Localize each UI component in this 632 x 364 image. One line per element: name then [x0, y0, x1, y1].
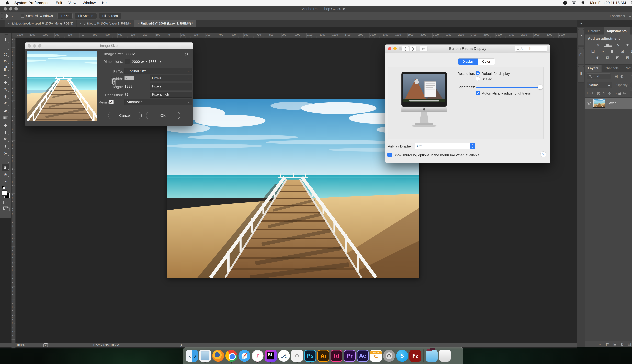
clone-stamp-tool[interactable]: ◉: [2, 93, 10, 100]
history-panel-icon-group[interactable]: ↺: [578, 28, 584, 46]
tab-color[interactable]: Color: [478, 58, 495, 64]
brightness-slider-track[interactable]: [476, 86, 541, 88]
ok-button[interactable]: OK: [146, 112, 180, 119]
dock-item-sysprefs[interactable]: ⚙: [383, 350, 395, 362]
tab-adjustments[interactable]: Adjustments: [604, 28, 630, 34]
workspace-selector[interactable]: Essentials ⌄: [602, 13, 632, 19]
lasso-tool[interactable]: ◌: [2, 50, 10, 58]
dropbox-icon[interactable]: [572, 1, 576, 5]
dock-item-skype[interactable]: S: [396, 350, 408, 362]
width-unit-dropdown[interactable]: Pixels⌄: [150, 75, 192, 82]
scroll-all-windows-checkbox[interactable]: [21, 14, 24, 18]
screen-mode-button[interactable]: [4, 206, 8, 210]
dock-item-chrome[interactable]: [225, 350, 237, 362]
tab-libraries[interactable]: Libraries: [585, 28, 604, 34]
layer-mask-icon[interactable]: ▣: [613, 342, 616, 346]
fill-screen-button[interactable]: Fill Screen: [99, 13, 121, 19]
search-field[interactable]: Search: [515, 46, 547, 52]
tab-paths[interactable]: Paths: [622, 64, 632, 72]
dialog-options-gear-icon[interactable]: ⚙: [184, 52, 188, 56]
dock-item-aftereffects[interactable]: Ae: [357, 350, 369, 362]
blend-mode-dropdown[interactable]: Normal ⌄: [587, 82, 612, 88]
lock-transparency-icon[interactable]: ▨: [597, 92, 600, 95]
filter-type-layers-icon[interactable]: T: [626, 74, 628, 78]
filter-pixel-layers-icon[interactable]: ▣: [614, 74, 618, 78]
tab-channels[interactable]: Channels: [602, 64, 622, 72]
pen-tool[interactable]: ✑: [2, 136, 10, 142]
height-unit-dropdown[interactable]: Pixels⌄: [150, 83, 192, 90]
tab-styles[interactable]: Styles: [630, 28, 632, 34]
healing-brush-tool[interactable]: ✚: [2, 79, 10, 86]
quick-mask-button[interactable]: [3, 201, 8, 204]
dock-item-filezilla[interactable]: Fz: [410, 350, 421, 362]
path-selection-tool[interactable]: ➤: [2, 150, 10, 157]
device-preview-panel-icon[interactable]: ▯: [580, 71, 582, 76]
layer-name[interactable]: Layer 1: [607, 101, 619, 105]
brightness-contrast-icon[interactable]: ☀: [594, 42, 601, 48]
document-tab-2[interactable]: ×Untitled-1 @ 100% (Layer 1, RGB/8): [76, 20, 134, 27]
resolution-default-radio[interactable]: [476, 71, 480, 75]
dock-item-firefox[interactable]: [212, 350, 224, 362]
creative-cloud-icon[interactable]: ∞: [563, 1, 567, 5]
image-size-dialog-titlebar[interactable]: Image Size: [25, 42, 193, 49]
dock-item-pages[interactable]: PAGES✎: [370, 350, 382, 362]
move-tool[interactable]: ✛: [2, 36, 10, 44]
lock-artboard-icon[interactable]: ▭: [614, 92, 617, 95]
status-zoom-value[interactable]: 100%: [16, 343, 24, 347]
dock-item-sourcetree[interactable]: ⎇: [278, 350, 290, 362]
fit-screen-button[interactable]: Fit Screen: [75, 13, 97, 19]
adjustment-layer-icon[interactable]: ◐: [621, 342, 624, 346]
vertical-ruler[interactable]: 5004003002001000100200300400500600700800…: [12, 38, 16, 348]
tab-display[interactable]: Display: [458, 58, 478, 64]
status-chevron-icon[interactable]: ❯: [180, 343, 182, 347]
quick-selection-tool[interactable]: ✏: [2, 58, 10, 65]
hue-saturation-icon[interactable]: ▤: [590, 49, 596, 54]
dock-item-mail[interactable]: [199, 350, 211, 362]
horizontal-ruler[interactable]: 1200110010009008007006005004003002001000…: [12, 33, 577, 38]
menu-item-view[interactable]: View: [68, 1, 76, 5]
apple-menu-icon[interactable]: [5, 1, 10, 5]
close-tab-icon[interactable]: ×: [80, 22, 82, 25]
properties-panel-icon-group[interactable]: ⬡: [578, 46, 584, 64]
zoom-100-button[interactable]: 100%: [58, 13, 73, 19]
show-mirroring-checkbox[interactable]: ✓: [388, 153, 392, 157]
zoom-tool[interactable]: ⊙: [2, 171, 10, 178]
menu-clock[interactable]: Mon Feb 29 11:18 AM: [590, 1, 626, 5]
device-preview-panel-icon-group[interactable]: ▯: [578, 65, 584, 82]
dock-item-photoshop[interactable]: Ps: [304, 350, 316, 362]
photo-filter-icon[interactable]: ◉: [619, 49, 626, 54]
channel-mixer-icon[interactable]: ◍: [629, 49, 632, 54]
brush-tool[interactable]: ✎: [2, 86, 10, 93]
history-brush-tool[interactable]: ↶: [2, 100, 10, 107]
dock-item-indesign[interactable]: Id: [330, 350, 342, 362]
layer-visibility-eye-icon[interactable]: [586, 102, 591, 104]
dock-item-utility[interactable]: ⚙: [291, 350, 303, 362]
curves-icon[interactable]: ∿: [614, 42, 621, 48]
posterize-icon[interactable]: ▨: [604, 55, 611, 60]
swap-colors-icon[interactable]: ⇄: [6, 186, 8, 189]
type-tool[interactable]: T: [2, 142, 10, 150]
dock-item-itunes[interactable]: ♪: [252, 350, 264, 362]
document-tab-1[interactable]: ×lightbox-dropdown.psd @ 200% (Menu, RGB…: [4, 20, 76, 27]
resolution-scaled-radio[interactable]: [476, 76, 480, 81]
dock-item-illustrator[interactable]: Ai: [318, 350, 329, 362]
opacity-field[interactable]: 100% ⌄: [630, 82, 632, 88]
dock-item-premiere[interactable]: Pr: [344, 350, 356, 362]
color-balance-icon[interactable]: △: [600, 49, 606, 54]
menu-item-help[interactable]: Help: [102, 1, 110, 5]
resolution-unit-dropdown[interactable]: Pixels/Inch⌄: [150, 91, 192, 98]
exposure-icon[interactable]: ±: [624, 42, 631, 48]
lock-paint-icon[interactable]: ✎: [603, 92, 606, 95]
brightness-slider-thumb[interactable]: [538, 85, 543, 90]
options-bar-grip[interactable]: [1, 13, 2, 19]
hand-tool[interactable]: [2, 164, 10, 171]
wifi-icon[interactable]: [581, 1, 585, 4]
image-size-preview[interactable]: [27, 50, 97, 121]
rectangle-tool[interactable]: ▭: [2, 157, 10, 164]
close-tab-icon[interactable]: ×: [8, 22, 10, 25]
system-preferences-titlebar[interactable]: ❮ ❯ ▦ Built-in Retina Display Search: [385, 44, 550, 53]
auto-brightness-checkbox[interactable]: ✓: [476, 91, 480, 95]
photoshop-titlebar[interactable]: Adobe Photoshop CC 2015: [0, 6, 632, 12]
layer-filter-kind-dropdown[interactable]: Kind ⌄: [587, 74, 611, 79]
help-button[interactable]: ?: [540, 152, 546, 157]
